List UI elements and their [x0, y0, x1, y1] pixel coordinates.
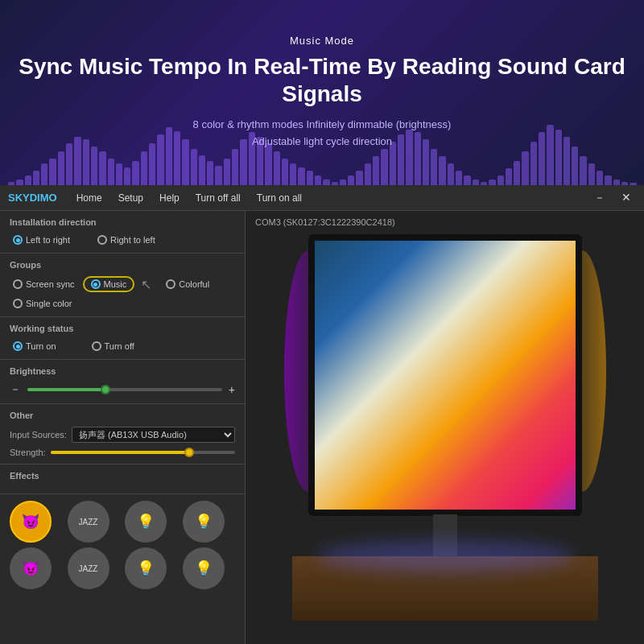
working-section: Working status Turn on Turn off	[0, 317, 245, 360]
brightness-plus-btn[interactable]: +	[229, 383, 235, 396]
brightness-fill	[27, 388, 105, 391]
right-panel: COM3 (SK0127:3C1222390C2418)	[246, 211, 644, 644]
single-color-radio[interactable]	[13, 299, 23, 308]
single-color-option[interactable]: Single color	[10, 297, 75, 310]
eq-bar	[33, 171, 39, 185]
eq-bar	[530, 142, 537, 185]
installation-title: Installation direction	[10, 217, 235, 227]
right-to-left-option[interactable]: Right to left	[94, 233, 159, 246]
music-label: Music	[104, 279, 127, 289]
effect-item-7[interactable]: 💡	[183, 547, 225, 589]
eq-bar	[41, 163, 47, 185]
eq-bar	[25, 175, 31, 185]
eq-bar	[83, 139, 89, 185]
colorful-option[interactable]: Colorful	[163, 278, 213, 291]
groups-options-row2: Single color	[10, 297, 235, 310]
hero-subtitle-small: Music Mode	[290, 35, 354, 47]
screen-sync-option[interactable]: Screen sync	[10, 278, 78, 291]
app-logo: SKYDIMO	[8, 192, 57, 204]
com-label: COM3 (SK0127:3C1222390C2418)	[255, 217, 395, 227]
eq-bar	[298, 167, 304, 186]
hero-banner: Music Mode Sync Music Tempo In Real-Time…	[0, 0, 644, 185]
effect-icon-0: 😈	[22, 513, 39, 530]
input-sources-dropdown[interactable]: 扬声器 (AB13X USB Audio)	[72, 427, 235, 443]
music-radio[interactable]	[91, 279, 101, 289]
right-to-left-radio[interactable]	[97, 235, 107, 245]
eq-bar	[74, 137, 80, 185]
eq-bar	[348, 175, 354, 185]
eq-bar	[514, 161, 520, 185]
other-section: Other Input Sources: 扬声器 (AB13X USB Audi…	[0, 404, 245, 464]
close-button[interactable]: ✕	[617, 189, 636, 207]
screen-sync-radio[interactable]	[13, 279, 23, 289]
eq-bar	[108, 159, 114, 185]
strength-slider[interactable]	[51, 451, 235, 454]
minimize-button[interactable]: －	[589, 189, 610, 207]
right-to-left-label: Right to left	[110, 235, 155, 245]
turn-on-radio[interactable]	[13, 341, 23, 351]
menu-turn-off-all[interactable]: Turn off all	[192, 189, 244, 207]
eq-bar	[282, 159, 288, 185]
eq-bar	[91, 147, 97, 185]
eq-bar	[58, 151, 64, 185]
effect-item-5[interactable]: JAZZ	[68, 547, 109, 589]
eq-bar	[381, 149, 387, 185]
turn-off-label: Turn off	[105, 341, 134, 351]
eq-bar	[539, 132, 545, 185]
turn-on-label: Turn on	[26, 341, 56, 351]
input-sources-label: Input Sources:	[10, 430, 67, 440]
eq-bar	[207, 161, 213, 185]
effect-item-4[interactable]: 😈	[10, 547, 52, 589]
turn-off-option[interactable]: Turn off	[89, 340, 138, 353]
eq-bar	[224, 159, 230, 185]
left-to-right-radio[interactable]	[13, 235, 23, 245]
turn-off-radio[interactable]	[92, 341, 101, 351]
brightness-slider[interactable]	[27, 388, 222, 391]
effect-item-1[interactable]: JAZZ	[68, 501, 109, 543]
eq-bar	[497, 175, 504, 185]
eq-bar	[564, 137, 570, 185]
colorful-radio[interactable]	[166, 279, 175, 289]
effects-grid: 😈 JAZZ 💡 💡 😈 JAZZ 💡	[0, 494, 245, 596]
effect-item-3[interactable]: 💡	[183, 501, 225, 543]
eq-bar	[307, 171, 313, 185]
eq-bar	[448, 163, 454, 185]
eq-bar	[16, 180, 23, 186]
eq-bar	[572, 147, 578, 185]
effect-icon-5: JAZZ	[79, 564, 98, 573]
eq-bar	[489, 180, 495, 186]
menu-home[interactable]: Home	[73, 189, 105, 207]
window-controls: － ✕	[589, 189, 636, 207]
menu-turn-on-all[interactable]: Turn on all	[254, 189, 305, 207]
eq-bar	[191, 149, 197, 185]
left-to-right-option[interactable]: Left to right	[10, 233, 73, 246]
effect-item-2[interactable]: 💡	[125, 501, 167, 543]
eq-bar	[464, 175, 470, 185]
strength-row: Strength:	[10, 448, 235, 457]
brightness-thumb[interactable]	[101, 385, 110, 394]
eq-bar	[157, 134, 163, 185]
eq-bar	[340, 180, 346, 186]
effect-item-6[interactable]: 💡	[125, 547, 167, 589]
eq-bar	[456, 171, 462, 185]
colorful-label: Colorful	[179, 279, 209, 289]
turn-on-option[interactable]: Turn on	[10, 340, 60, 353]
strength-thumb[interactable]	[184, 448, 194, 457]
brightness-minus-btn[interactable]: －	[10, 382, 21, 397]
eq-bar	[182, 139, 188, 185]
eq-bar	[132, 161, 138, 185]
effect-item-0[interactable]: 😈	[10, 501, 52, 543]
eq-bar	[332, 182, 338, 186]
eq-bar	[149, 143, 155, 186]
menu-help[interactable]: Help	[156, 189, 183, 207]
eq-bar	[49, 159, 56, 185]
eq-bar	[580, 156, 586, 185]
groups-title: Groups	[10, 260, 235, 270]
eq-bar	[290, 163, 296, 185]
menu-setup[interactable]: Setup	[115, 189, 147, 207]
eq-bar	[323, 180, 329, 186]
eq-bar	[597, 171, 603, 185]
music-option[interactable]: Music	[83, 276, 135, 292]
eq-bar	[166, 127, 172, 185]
input-sources-row: Input Sources: 扬声器 (AB13X USB Audio)	[10, 427, 235, 443]
